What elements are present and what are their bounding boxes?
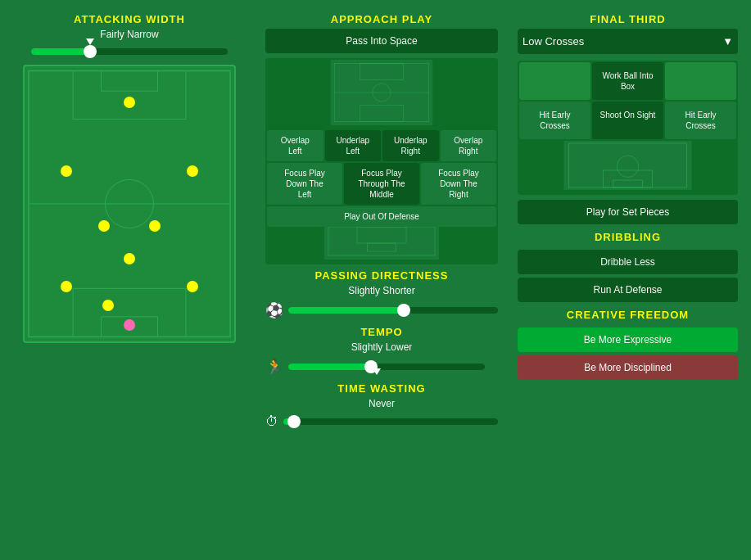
attacking-width-label: Fairly Narrow bbox=[100, 29, 158, 40]
player-dot bbox=[187, 165, 198, 177]
timewasting-slider-row: ⏱ bbox=[265, 414, 498, 429]
underlap-right-cell[interactable]: UnderlapRight bbox=[382, 130, 439, 161]
final-third-dropdown[interactable]: Low Crosses ▼ bbox=[518, 29, 738, 54]
timewasting-label: Never bbox=[369, 398, 395, 409]
timewasting-title: TIME WASTING bbox=[337, 382, 425, 395]
tempo-slider-row: 🏃 bbox=[265, 358, 498, 376]
ball-icon: ⚽ bbox=[265, 301, 283, 319]
slider-track bbox=[31, 48, 228, 55]
approach-pitch-svg bbox=[267, 60, 496, 125]
hit-early-right-cell[interactable]: Hit EarlyCrosses bbox=[665, 102, 736, 139]
svg-rect-3 bbox=[73, 71, 186, 120]
overlap-right-cell[interactable]: OverlapRight bbox=[441, 130, 497, 161]
svg-rect-17 bbox=[564, 141, 692, 190]
goalkeeper-dot bbox=[124, 319, 135, 331]
approach-play-title: APPROACH PLAY bbox=[331, 13, 432, 25]
player-dot bbox=[124, 97, 135, 108]
player-dot bbox=[149, 220, 161, 232]
player-dot bbox=[124, 253, 135, 264]
tempo-icon: 🏃 bbox=[265, 358, 283, 376]
passing-fill bbox=[288, 307, 404, 314]
chevron-down-icon: ▼ bbox=[722, 35, 733, 47]
run-at-defense-button[interactable]: Run At Defense bbox=[518, 278, 738, 302]
football-pitch bbox=[23, 65, 236, 343]
slider-fill bbox=[31, 48, 90, 55]
set-pieces-button[interactable]: Play for Set Pieces bbox=[518, 200, 738, 224]
tempo-track bbox=[288, 364, 485, 370]
timewasting-slider[interactable] bbox=[283, 418, 498, 425]
tempo-label: Slightly Lower bbox=[351, 341, 413, 353]
focus-right-cell[interactable]: Focus PlayDown TheRight bbox=[421, 163, 496, 205]
hit-early-left-cell[interactable]: Hit EarlyCrosses bbox=[519, 102, 590, 139]
tempo-slider[interactable] bbox=[288, 360, 498, 373]
top-right-cell bbox=[665, 62, 736, 100]
shoot-on-sight-cell[interactable]: Shoot On Sight bbox=[592, 102, 663, 139]
final-third-pitch-svg bbox=[519, 141, 736, 190]
passing-slider[interactable] bbox=[288, 307, 498, 314]
left-panel: ATTACKING WIDTH Fairly Narrow bbox=[7, 7, 252, 553]
attacking-width-slider[interactable] bbox=[13, 45, 246, 58]
creative-freedom-title: CREATIVE FREEDOM bbox=[567, 309, 689, 321]
focus-middle-cell[interactable]: Focus PlayThrough TheMiddle bbox=[344, 163, 419, 205]
slider-thumb bbox=[84, 45, 97, 58]
player-dot bbox=[98, 220, 110, 232]
right-panel: FINAL THIRD Low Crosses ▼ Work Ball Into… bbox=[511, 7, 744, 553]
top-left-cell bbox=[519, 62, 590, 100]
passing-thumb bbox=[397, 304, 410, 317]
dribble-less-button[interactable]: Dribble Less bbox=[518, 250, 738, 274]
be-more-disciplined-button[interactable]: Be More Disciplined bbox=[518, 355, 738, 380]
passing-slider-row: ⚽ bbox=[265, 301, 498, 319]
focus-left-cell[interactable]: Focus PlayDown TheLeft bbox=[267, 163, 342, 205]
svg-rect-4 bbox=[102, 71, 158, 92]
play-out-defense-cell[interactable]: Play Out Of Defense bbox=[267, 206, 496, 227]
player-dot bbox=[61, 165, 72, 177]
passing-directness-label: Slightly Shorter bbox=[348, 285, 414, 296]
dribbling-title: DRIBBLING bbox=[595, 231, 661, 243]
overlap-left-cell[interactable]: OverlapLeft bbox=[267, 130, 323, 161]
player-dot bbox=[187, 281, 198, 292]
approach-pitch-bottom-svg bbox=[267, 227, 496, 260]
timewasting-thumb bbox=[287, 415, 301, 428]
be-more-expressive-button[interactable]: Be More Expressive bbox=[518, 327, 738, 352]
timer-icon: ⏱ bbox=[265, 414, 278, 429]
tempo-marker bbox=[373, 368, 381, 375]
pass-into-space-button[interactable]: Pass Into Space bbox=[265, 29, 498, 53]
dropdown-label: Low Crosses bbox=[523, 35, 584, 47]
tempo-fill bbox=[288, 364, 371, 370]
player-dot bbox=[61, 281, 72, 292]
slider-marker bbox=[86, 38, 94, 45]
tempo-title: TEMPO bbox=[360, 326, 402, 338]
attacking-width-title: ATTACKING WIDTH bbox=[74, 13, 185, 25]
work-ball-cell[interactable]: Work Ball Into Box bbox=[592, 62, 663, 100]
final-third-title: FINAL THIRD bbox=[590, 13, 665, 25]
player-dot bbox=[102, 300, 114, 311]
middle-panel: APPROACH PLAY Pass Into Space OverlapLef… bbox=[259, 7, 504, 553]
passing-directness-title: PASSING DIRECTNESS bbox=[315, 269, 449, 282]
underlap-left-cell[interactable]: UnderlapLeft bbox=[325, 130, 382, 161]
